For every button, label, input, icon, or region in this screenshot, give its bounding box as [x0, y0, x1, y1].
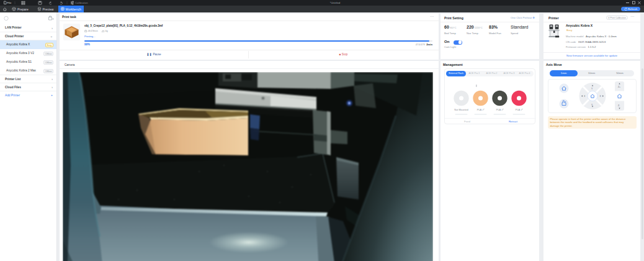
svg-text:PLA: PLA: [476, 108, 481, 111]
svg-text:PLA: PLA: [515, 108, 520, 111]
svg-text:File: File: [7, 1, 12, 4]
svg-text:PLA: PLA: [496, 108, 501, 111]
svg-text:Z+: Z+: [618, 85, 620, 88]
svg-text:Calibration: Calibration: [75, 1, 88, 4]
svg-text:Workbench: Workbench: [66, 7, 81, 11]
svg-text:Z-: Z-: [618, 104, 620, 106]
svg-text:Not Mounted: Not Mounted: [454, 108, 468, 111]
svg-text:Preview: Preview: [43, 7, 54, 11]
svg-text:*Untitled: *Untitled: [330, 1, 341, 4]
svg-text:Prepare: Prepare: [17, 7, 29, 11]
